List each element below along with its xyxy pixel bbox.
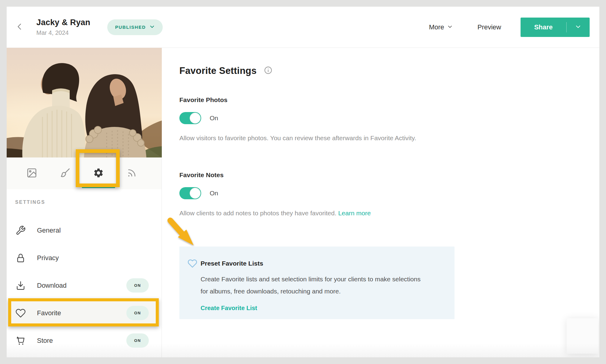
chevron-left-icon	[16, 23, 24, 32]
wrench-icon	[15, 225, 26, 236]
toggle-knob	[190, 113, 201, 124]
tab-design[interactable]	[58, 157, 72, 189]
tab-settings[interactable]	[92, 157, 105, 189]
gear-icon	[93, 167, 104, 180]
page-title: Favorite Settings	[179, 65, 257, 76]
download-icon	[15, 280, 26, 291]
more-label: More	[429, 23, 444, 31]
main-content: Favorite Settings Favorite Photos On All…	[162, 48, 599, 357]
lock-icon	[15, 253, 26, 263]
heart-icon	[15, 308, 26, 319]
sidebar-tab-strip	[7, 157, 161, 189]
sidebar-item-label: Download	[37, 282, 67, 290]
back-button[interactable]	[15, 22, 25, 32]
image-icon	[26, 167, 37, 180]
page-title: Jacky & Ryan	[36, 18, 90, 27]
sidebar-item-favorite[interactable]: Favorite ON	[7, 299, 161, 327]
sidebar-item-label: Favorite	[37, 309, 61, 317]
favorite-photos-section: Favorite Photos On Allow visitors to fav…	[179, 96, 599, 142]
annotation-arrow	[164, 216, 198, 251]
preview-label: Preview	[478, 23, 501, 31]
sidebar-item-general[interactable]: General	[7, 217, 161, 244]
create-favorite-list-link[interactable]: Create Favorite List	[201, 305, 257, 312]
sidebar-item-label: Store	[37, 337, 53, 345]
sidebar-item-label: General	[37, 227, 61, 234]
signal-icon	[126, 167, 137, 180]
settings-menu: General Privacy Download ON	[7, 217, 161, 354]
floating-widget-placeholder	[567, 318, 598, 354]
favorite-notes-toggle[interactable]	[179, 187, 201, 199]
section-heading: Favorite Notes	[179, 171, 599, 179]
toggle-state-label: On	[210, 190, 218, 197]
sidebar-item-privacy[interactable]: Privacy	[7, 244, 161, 272]
more-menu-button[interactable]: More	[429, 23, 453, 31]
status-badge: PUBLISHED	[115, 25, 146, 30]
favorite-photos-toggle[interactable]	[179, 112, 201, 124]
preset-favorite-lists-panel: Preset Favorite Lists Create Favorite li…	[179, 247, 454, 319]
panel-title: Preset Favorite Lists	[201, 260, 263, 267]
favorite-notes-section: Favorite Notes On Allow clients to add n…	[179, 171, 599, 217]
top-bar: Jacky & Ryan Mar 4, 2024 PUBLISHED More …	[7, 7, 599, 48]
section-description: Allow clients to add notes to photos the…	[179, 210, 599, 217]
settings-section-label: SETTINGS	[15, 200, 161, 205]
section-heading: Favorite Photos	[179, 96, 599, 104]
learn-more-link[interactable]: Learn more	[338, 210, 371, 217]
chevron-down-icon	[447, 23, 453, 31]
tab-activity[interactable]	[125, 157, 138, 189]
info-icon[interactable]	[264, 66, 272, 76]
toggle-state-label: On	[210, 114, 218, 122]
gallery-title-block: Jacky & Ryan Mar 4, 2024	[36, 18, 90, 36]
cart-icon	[15, 335, 26, 346]
status-badge: ON	[126, 278, 149, 293]
status-badge: ON	[126, 306, 149, 320]
chevron-down-icon	[575, 24, 581, 31]
tab-photos[interactable]	[25, 157, 38, 189]
top-bar-actions: More Preview Share	[429, 7, 590, 48]
description-text: Allow clients to add notes to photos the…	[179, 210, 336, 217]
panel-description: Create Favorite lists and set selection …	[201, 273, 428, 297]
app-window: Jacky & Ryan Mar 4, 2024 PUBLISHED More …	[7, 7, 599, 357]
share-button[interactable]: Share	[521, 23, 566, 31]
preview-button[interactable]: Preview	[478, 23, 501, 31]
sidebar-item-store[interactable]: Store ON	[7, 327, 161, 354]
share-split-button: Share	[521, 18, 590, 37]
gallery-cover-photo	[7, 48, 162, 157]
sidebar: SETTINGS General Privacy	[7, 48, 162, 357]
toggle-knob	[190, 188, 201, 199]
brush-icon	[60, 167, 71, 180]
section-description: Allow visitors to favorite photos. You c…	[179, 134, 599, 142]
sidebar-item-download[interactable]: Download ON	[7, 272, 161, 299]
share-dropdown-button[interactable]	[567, 24, 590, 31]
published-status-dropdown[interactable]: PUBLISHED	[107, 19, 163, 35]
heart-outline-icon	[188, 259, 197, 270]
gallery-date: Mar 4, 2024	[36, 29, 90, 36]
chevron-down-icon	[149, 24, 155, 30]
status-badge: ON	[126, 333, 149, 348]
sidebar-item-label: Privacy	[37, 254, 59, 262]
screenshot-frame: Jacky & Ryan Mar 4, 2024 PUBLISHED More …	[0, 0, 606, 364]
